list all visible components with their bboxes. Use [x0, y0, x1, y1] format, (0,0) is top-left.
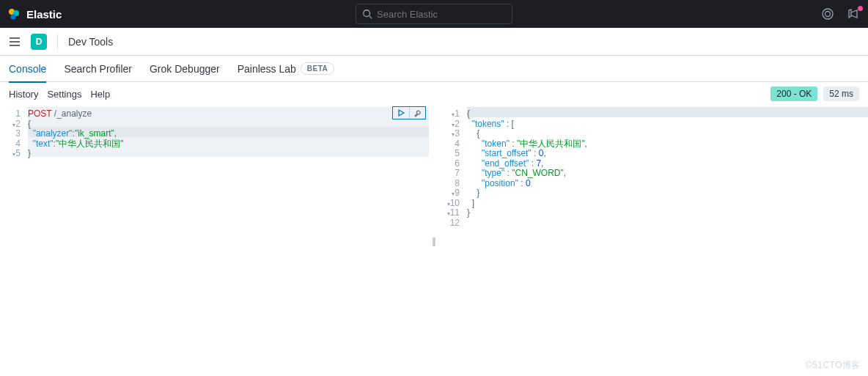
topbar: Elastic: [0, 0, 868, 28]
brand-area[interactable]: Elastic: [7, 7, 62, 21]
settings-link[interactable]: Settings: [47, 89, 81, 100]
svg-point-2: [11, 15, 16, 20]
response-pane[interactable]: ▾1▾2▾345678▾9▾10▾1112 { "tokens" : [ { "…: [439, 106, 868, 376]
response-viewer: { "tokens" : [ { "token" : "中华人民共和国", "s…: [464, 106, 868, 376]
tab-label: Console: [9, 63, 46, 75]
request-actions: [392, 106, 426, 119]
divider: [57, 34, 58, 49]
pane-splitter[interactable]: ‖: [429, 106, 439, 376]
breadcrumb[interactable]: Dev Tools: [68, 36, 113, 48]
latency-badge: 52 ms: [823, 86, 859, 101]
app-tabs: Console Search Profiler Grok Debugger Pa…: [0, 56, 868, 82]
svg-point-5: [823, 9, 833, 19]
watermark: ©51CTO博客: [806, 359, 861, 372]
tab-label: Painless Lab: [238, 63, 296, 75]
menu-toggle-icon[interactable]: [9, 37, 21, 47]
history-link[interactable]: History: [9, 89, 38, 100]
workspace: 1▾234▾5 POST /_analyze{ "analyzer":"ik_s…: [0, 106, 868, 376]
wrench-icon[interactable]: [409, 107, 425, 119]
console-toolbar: History Settings Help 200 - OK 52 ms: [0, 82, 868, 106]
global-search[interactable]: [356, 4, 512, 24]
space-selector[interactable]: D: [31, 34, 47, 50]
svg-point-6: [825, 12, 831, 17]
request-editor[interactable]: POST /_analyze{ "analyzer":"ik_smart", "…: [25, 106, 429, 376]
brand-name: Elastic: [26, 8, 62, 21]
request-pane[interactable]: 1▾234▾5 POST /_analyze{ "analyzer":"ik_s…: [0, 106, 429, 376]
send-request-icon[interactable]: [393, 107, 409, 119]
tab-grok-debugger[interactable]: Grok Debugger: [150, 56, 220, 82]
tab-console[interactable]: Console: [9, 56, 46, 82]
svg-line-4: [369, 16, 372, 19]
notification-dot-icon: [858, 6, 863, 11]
svg-marker-10: [399, 110, 404, 116]
line-gutter: 1▾234▾5: [0, 106, 25, 376]
help-icon[interactable]: [821, 7, 834, 21]
tab-label: Grok Debugger: [150, 63, 220, 75]
newsfeed-icon[interactable]: [847, 7, 861, 21]
tab-label: Search Profiler: [64, 63, 132, 75]
elastic-logo-icon: [7, 7, 21, 21]
help-link[interactable]: Help: [90, 89, 110, 100]
status-badge: 200 - OK: [770, 86, 817, 101]
tab-search-profiler[interactable]: Search Profiler: [64, 56, 132, 82]
svg-point-3: [364, 10, 370, 17]
tab-painless-lab[interactable]: Painless Lab BETA: [238, 56, 335, 82]
sub-header: D Dev Tools: [0, 28, 868, 56]
search-icon: [362, 9, 372, 19]
line-gutter: ▾1▾2▾345678▾9▾10▾1112: [439, 106, 464, 376]
beta-badge: BETA: [301, 62, 334, 75]
search-input[interactable]: [377, 9, 506, 20]
